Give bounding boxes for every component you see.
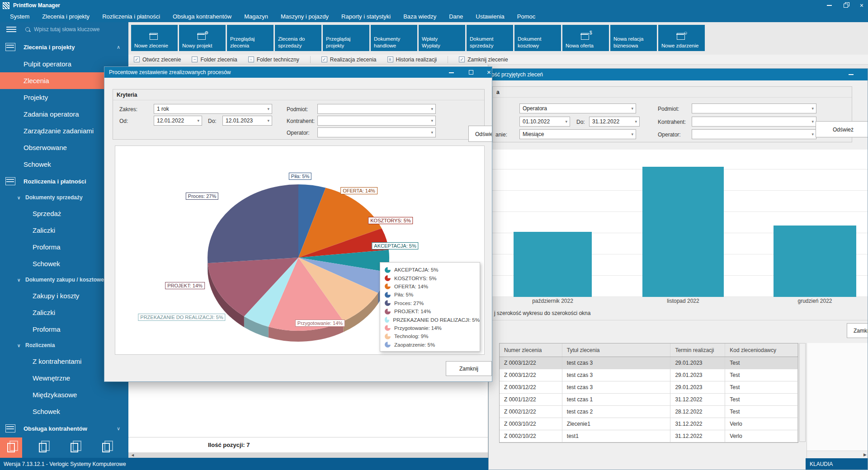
- ribbon-button-label: Dokument kosztowy: [518, 36, 558, 49]
- minimize-icon[interactable]: [449, 72, 454, 73]
- menu-item-magazyn[interactable]: Magazyn: [238, 11, 274, 22]
- kontrahent-select[interactable]: [317, 116, 436, 126]
- menu-item-pomoc[interactable]: Pomoc: [511, 11, 542, 22]
- quickbar-realizacja-zlecenia[interactable]: ✓Realizacja zlecenia: [321, 56, 377, 63]
- refresh-button[interactable]: Odśwież: [468, 126, 492, 142]
- criteria-title-clipped: a: [493, 87, 852, 98]
- menu-item-zlecenia-i-projekty[interactable]: Zlecenia i projekty: [36, 11, 96, 22]
- ribbon-button-przeglądaj-zlecenia[interactable]: Przeglądaj zlecenia: [227, 25, 274, 51]
- zakres-select[interactable]: 1 rok: [154, 104, 272, 114]
- kontrahent-select[interactable]: [692, 117, 816, 127]
- close-dialog-button[interactable]: Zamknij: [446, 361, 492, 376]
- report-criteria-groupbox: a Operatora Podmiot: 01.10.2022 Do: 31.1…: [492, 86, 852, 142]
- menu-item-baza-wiedzy[interactable]: Baza wiedzy: [397, 11, 443, 22]
- menu-item-system[interactable]: System: [4, 11, 36, 22]
- menu-item-maszyny-i-pojazdy[interactable]: Maszyny i pojazdy: [274, 11, 335, 22]
- table-row[interactable]: Z 0001/12/22test czas 131.12.2022Test: [500, 394, 798, 406]
- table-cell: Z 0002/10/22: [500, 430, 562, 442]
- column-header[interactable]: Tytuł zlecenia: [562, 343, 671, 357]
- close-icon[interactable]: ×: [860, 0, 863, 11]
- quickbar-historia-realizacji[interactable]: ≡Historia realizacji: [387, 56, 437, 63]
- sidebar-section-zlecenia-i-projekty[interactable]: Zlecenia i projekty∧: [0, 38, 128, 56]
- warehouse-icon[interactable]: [63, 437, 85, 458]
- operator-select[interactable]: [317, 127, 436, 137]
- podmiot-select[interactable]: [317, 104, 436, 114]
- table-row[interactable]: Z 0003/12/22test czas 329.01.2023Test: [500, 369, 798, 381]
- ribbon-button-nowa-oferta[interactable]: $Nowa oferta: [562, 25, 609, 51]
- side-pane-scrollbar[interactable]: ▶: [807, 451, 868, 458]
- pie-label-oferta: OFERTA: 14%: [340, 187, 377, 194]
- hamburger-icon[interactable]: [6, 25, 16, 33]
- maximize-icon[interactable]: [469, 70, 473, 75]
- operator-select[interactable]: [692, 129, 816, 139]
- table-row[interactable]: Z 0003/10/22Zlecenie131.12.2022Verlo: [500, 418, 798, 430]
- ribbon-button-wpłaty-wypłaty[interactable]: Wpłaty Wypłaty: [419, 25, 465, 51]
- sidebar-section-obsługa-kontrahentów[interactable]: Obsługa kontrahentów∨: [0, 420, 128, 437]
- ribbon-button-dokument-sprzedaży[interactable]: Dokument sprzedaży: [467, 25, 513, 51]
- ribbon-button-label: Nowa relacja biznesowa: [613, 36, 654, 49]
- menu-item-rozliczenia-i-płatności[interactable]: Rozliczenia i płatności: [96, 11, 166, 22]
- horizontal-scrollbar[interactable]: ◄: [128, 452, 488, 458]
- close-icon[interactable]: ×: [487, 67, 491, 78]
- quickbar-folder-zlecenia[interactable]: −Folder zlecenia: [192, 56, 237, 63]
- devices-icon[interactable]: [95, 437, 117, 458]
- table-side-pane: ▶: [807, 343, 868, 458]
- column-header[interactable]: Termin realizacji: [670, 343, 725, 357]
- ribbon-button-nowe-zdarzenie[interactable]: ☺Nowe zdarzenie: [658, 25, 705, 51]
- pie-label-kosztorys: KOSZTORYS: 5%: [368, 217, 413, 224]
- date-to-select[interactable]: 12.01.2023: [222, 116, 272, 126]
- menubar: SystemZlecenia i projektyRozliczenia i p…: [0, 11, 868, 22]
- quickbar-otwórz-zlecenie[interactable]: ✓Otwórz zlecenie: [134, 56, 181, 63]
- schedule-icon[interactable]: [32, 437, 54, 458]
- date-to-select[interactable]: 31.12.2022: [589, 117, 640, 127]
- date-from-select[interactable]: 01.10.2022: [519, 117, 570, 127]
- report-window: ość przyjętych zleceń a Operatora Podmio…: [488, 68, 868, 470]
- minimize-icon[interactable]: [849, 74, 854, 75]
- table-cell: Test: [725, 369, 798, 381]
- search-input[interactable]: [34, 26, 115, 33]
- ribbon-button-dokumenty-handlowe[interactable]: Dokumenty handlowe: [371, 25, 417, 51]
- close-report-button[interactable]: Zamknij: [847, 323, 868, 338]
- ribbon-button-nowy-projekt[interactable]: ⚙Nowy projekt: [179, 25, 226, 51]
- table-row[interactable]: Z 0003/12/22test czas 329.01.2023Test: [500, 357, 798, 369]
- quickbar-zamknij-zlecenie[interactable]: ✓Zamknij zlecenie: [459, 56, 508, 63]
- app-logo-icon: [3, 2, 9, 9]
- table-row[interactable]: Z 0003/12/22test czas 329.01.2023Test: [500, 381, 798, 394]
- ribbon-button-nowe-zlecenie[interactable]: Nowe zlecenie: [131, 25, 178, 51]
- chevron-down-icon: ∨: [117, 426, 120, 432]
- documents-icon[interactable]: [0, 437, 22, 458]
- table-row[interactable]: Z 0002/10/22test131.12.2022Verlo: [500, 430, 798, 442]
- sidebar-item-międzykasowe[interactable]: Międzykasowe: [0, 386, 128, 403]
- restore-icon[interactable]: [844, 4, 848, 8]
- report-type-select[interactable]: Operatora: [519, 103, 636, 113]
- ribbon-button-nowa-relacja-biznesowa[interactable]: Nowa relacja biznesowa: [610, 25, 657, 51]
- menu-item-ustawienia[interactable]: Ustawienia: [469, 11, 511, 22]
- grouping-select[interactable]: Miesiące: [519, 129, 636, 139]
- scroll-right-icon[interactable]: ▶: [863, 452, 867, 457]
- menu-item-dane[interactable]: Dane: [443, 11, 469, 22]
- ribbon-button-przeglądaj-projekty[interactable]: Przeglądaj projekty: [323, 25, 369, 51]
- column-header[interactable]: Kod zleceniodawcy: [725, 343, 798, 357]
- menu-item-raporty-i-statystyki[interactable]: Raporty i statystyki: [335, 11, 397, 22]
- minimize-icon[interactable]: [827, 5, 832, 6]
- table-row[interactable]: Z 0002/12/22test czas 228.12.2022Test: [500, 406, 798, 418]
- podmiot-select[interactable]: [692, 103, 816, 113]
- legend-marker: [385, 267, 391, 273]
- pie-slice-proces[interactable]: [208, 184, 298, 263]
- menu-item-obsługa-kontrahentów[interactable]: Obsługa kontrahentów: [166, 11, 238, 22]
- sidebar-section-label: Obsługa kontrahentów: [24, 425, 87, 432]
- sidebar-item-schowek[interactable]: Schowek: [0, 403, 128, 420]
- quickbar-folder-techniczny[interactable]: ▫Folder techniczny: [248, 56, 299, 63]
- orders-list-footer: Ilość pozycji: 7: [128, 437, 488, 452]
- date-from-select[interactable]: 12.01.2022: [154, 116, 202, 126]
- divider: [489, 320, 868, 320]
- dialog-titlebar[interactable]: Procentowe zestawienie zrealizowanych pr…: [104, 67, 492, 78]
- report-window-titlebar[interactable]: ość przyjętych zleceń: [489, 69, 868, 80]
- ribbon-button-dokument-kosztowy[interactable]: Dokument kosztowy: [514, 25, 561, 51]
- sidebar-subsection-label: Dokumenty sprzedaży: [25, 194, 83, 201]
- table-vertical-scrollbar[interactable]: [799, 343, 806, 442]
- ribbon-button-zlecenia-do-sprzedaży[interactable]: Zlecenia do sprzedaży: [275, 25, 321, 51]
- column-header[interactable]: Numer zlecenia: [500, 343, 562, 357]
- refresh-button[interactable]: Odśwież: [816, 121, 868, 137]
- search-icon: [25, 27, 30, 32]
